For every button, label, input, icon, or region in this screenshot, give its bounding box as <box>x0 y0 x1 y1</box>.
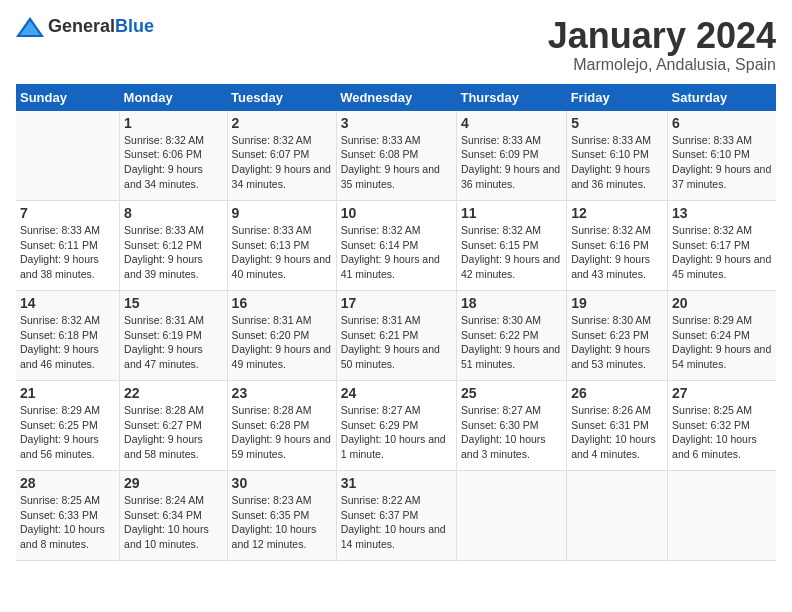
week-row-1: 1Sunrise: 8:32 AMSunset: 6:06 PMDaylight… <box>16 111 776 201</box>
week-row-2: 7Sunrise: 8:33 AMSunset: 6:11 PMDaylight… <box>16 201 776 291</box>
header-row: SundayMondayTuesdayWednesdayThursdayFrid… <box>16 84 776 111</box>
day-detail: Sunrise: 8:28 AMSunset: 6:27 PMDaylight:… <box>124 403 223 462</box>
week-row-5: 28Sunrise: 8:25 AMSunset: 6:33 PMDayligh… <box>16 471 776 561</box>
day-number: 7 <box>20 205 115 221</box>
day-number: 25 <box>461 385 562 401</box>
day-number: 10 <box>341 205 452 221</box>
day-number: 30 <box>232 475 332 491</box>
calendar-cell: 24Sunrise: 8:27 AMSunset: 6:29 PMDayligh… <box>336 381 456 471</box>
day-detail: Sunrise: 8:31 AMSunset: 6:20 PMDaylight:… <box>232 313 332 372</box>
calendar-cell: 31Sunrise: 8:22 AMSunset: 6:37 PMDayligh… <box>336 471 456 561</box>
header-cell-thursday: Thursday <box>456 84 566 111</box>
day-number: 28 <box>20 475 115 491</box>
calendar-cell: 15Sunrise: 8:31 AMSunset: 6:19 PMDayligh… <box>120 291 228 381</box>
day-detail: Sunrise: 8:27 AMSunset: 6:30 PMDaylight:… <box>461 403 562 462</box>
calendar-cell: 22Sunrise: 8:28 AMSunset: 6:27 PMDayligh… <box>120 381 228 471</box>
day-detail: Sunrise: 8:33 AMSunset: 6:12 PMDaylight:… <box>124 223 223 282</box>
day-detail: Sunrise: 8:33 AMSunset: 6:08 PMDaylight:… <box>341 133 452 192</box>
calendar-cell: 3Sunrise: 8:33 AMSunset: 6:08 PMDaylight… <box>336 111 456 201</box>
day-number: 31 <box>341 475 452 491</box>
calendar-cell: 16Sunrise: 8:31 AMSunset: 6:20 PMDayligh… <box>227 291 336 381</box>
calendar-cell: 18Sunrise: 8:30 AMSunset: 6:22 PMDayligh… <box>456 291 566 381</box>
calendar-cell: 26Sunrise: 8:26 AMSunset: 6:31 PMDayligh… <box>567 381 668 471</box>
day-number: 13 <box>672 205 772 221</box>
day-number: 5 <box>571 115 663 131</box>
header-cell-wednesday: Wednesday <box>336 84 456 111</box>
logo-icon <box>16 17 44 37</box>
calendar-body: 1Sunrise: 8:32 AMSunset: 6:06 PMDaylight… <box>16 111 776 561</box>
day-number: 12 <box>571 205 663 221</box>
day-detail: Sunrise: 8:33 AMSunset: 6:13 PMDaylight:… <box>232 223 332 282</box>
calendar-cell <box>567 471 668 561</box>
calendar-cell: 30Sunrise: 8:23 AMSunset: 6:35 PMDayligh… <box>227 471 336 561</box>
day-number: 3 <box>341 115 452 131</box>
calendar-cell: 11Sunrise: 8:32 AMSunset: 6:15 PMDayligh… <box>456 201 566 291</box>
main-title: January 2024 <box>548 16 776 56</box>
header-cell-monday: Monday <box>120 84 228 111</box>
calendar-cell: 6Sunrise: 8:33 AMSunset: 6:10 PMDaylight… <box>668 111 776 201</box>
calendar-cell: 2Sunrise: 8:32 AMSunset: 6:07 PMDaylight… <box>227 111 336 201</box>
header: GeneralBlue January 2024 Marmolejo, Anda… <box>16 16 776 74</box>
calendar-cell: 19Sunrise: 8:30 AMSunset: 6:23 PMDayligh… <box>567 291 668 381</box>
day-detail: Sunrise: 8:22 AMSunset: 6:37 PMDaylight:… <box>341 493 452 552</box>
day-detail: Sunrise: 8:33 AMSunset: 6:11 PMDaylight:… <box>20 223 115 282</box>
calendar-cell <box>456 471 566 561</box>
day-detail: Sunrise: 8:25 AMSunset: 6:33 PMDaylight:… <box>20 493 115 552</box>
calendar-cell: 14Sunrise: 8:32 AMSunset: 6:18 PMDayligh… <box>16 291 120 381</box>
day-number: 2 <box>232 115 332 131</box>
title-area: January 2024 Marmolejo, Andalusia, Spain <box>548 16 776 74</box>
calendar-cell: 8Sunrise: 8:33 AMSunset: 6:12 PMDaylight… <box>120 201 228 291</box>
calendar-cell: 13Sunrise: 8:32 AMSunset: 6:17 PMDayligh… <box>668 201 776 291</box>
calendar-cell <box>16 111 120 201</box>
day-number: 1 <box>124 115 223 131</box>
day-detail: Sunrise: 8:24 AMSunset: 6:34 PMDaylight:… <box>124 493 223 552</box>
day-detail: Sunrise: 8:29 AMSunset: 6:24 PMDaylight:… <box>672 313 772 372</box>
day-number: 16 <box>232 295 332 311</box>
day-detail: Sunrise: 8:32 AMSunset: 6:06 PMDaylight:… <box>124 133 223 192</box>
calendar-cell: 1Sunrise: 8:32 AMSunset: 6:06 PMDaylight… <box>120 111 228 201</box>
day-detail: Sunrise: 8:33 AMSunset: 6:10 PMDaylight:… <box>571 133 663 192</box>
calendar-cell: 17Sunrise: 8:31 AMSunset: 6:21 PMDayligh… <box>336 291 456 381</box>
day-number: 11 <box>461 205 562 221</box>
day-detail: Sunrise: 8:33 AMSunset: 6:09 PMDaylight:… <box>461 133 562 192</box>
day-number: 19 <box>571 295 663 311</box>
calendar-cell: 4Sunrise: 8:33 AMSunset: 6:09 PMDaylight… <box>456 111 566 201</box>
day-number: 4 <box>461 115 562 131</box>
day-number: 15 <box>124 295 223 311</box>
day-detail: Sunrise: 8:30 AMSunset: 6:22 PMDaylight:… <box>461 313 562 372</box>
calendar-cell <box>668 471 776 561</box>
day-number: 9 <box>232 205 332 221</box>
logo: GeneralBlue <box>16 16 154 37</box>
week-row-4: 21Sunrise: 8:29 AMSunset: 6:25 PMDayligh… <box>16 381 776 471</box>
header-cell-sunday: Sunday <box>16 84 120 111</box>
day-number: 29 <box>124 475 223 491</box>
day-detail: Sunrise: 8:30 AMSunset: 6:23 PMDaylight:… <box>571 313 663 372</box>
day-detail: Sunrise: 8:33 AMSunset: 6:10 PMDaylight:… <box>672 133 772 192</box>
calendar-table: SundayMondayTuesdayWednesdayThursdayFrid… <box>16 84 776 562</box>
day-detail: Sunrise: 8:32 AMSunset: 6:17 PMDaylight:… <box>672 223 772 282</box>
day-number: 20 <box>672 295 772 311</box>
day-detail: Sunrise: 8:27 AMSunset: 6:29 PMDaylight:… <box>341 403 452 462</box>
calendar-cell: 5Sunrise: 8:33 AMSunset: 6:10 PMDaylight… <box>567 111 668 201</box>
day-detail: Sunrise: 8:29 AMSunset: 6:25 PMDaylight:… <box>20 403 115 462</box>
day-detail: Sunrise: 8:23 AMSunset: 6:35 PMDaylight:… <box>232 493 332 552</box>
calendar-cell: 21Sunrise: 8:29 AMSunset: 6:25 PMDayligh… <box>16 381 120 471</box>
subtitle: Marmolejo, Andalusia, Spain <box>548 56 776 74</box>
calendar-cell: 12Sunrise: 8:32 AMSunset: 6:16 PMDayligh… <box>567 201 668 291</box>
day-detail: Sunrise: 8:31 AMSunset: 6:19 PMDaylight:… <box>124 313 223 372</box>
day-number: 27 <box>672 385 772 401</box>
day-detail: Sunrise: 8:26 AMSunset: 6:31 PMDaylight:… <box>571 403 663 462</box>
day-number: 8 <box>124 205 223 221</box>
calendar-header: SundayMondayTuesdayWednesdayThursdayFrid… <box>16 84 776 111</box>
header-cell-saturday: Saturday <box>668 84 776 111</box>
day-detail: Sunrise: 8:32 AMSunset: 6:16 PMDaylight:… <box>571 223 663 282</box>
day-detail: Sunrise: 8:32 AMSunset: 6:14 PMDaylight:… <box>341 223 452 282</box>
calendar-cell: 7Sunrise: 8:33 AMSunset: 6:11 PMDaylight… <box>16 201 120 291</box>
calendar-cell: 10Sunrise: 8:32 AMSunset: 6:14 PMDayligh… <box>336 201 456 291</box>
day-number: 17 <box>341 295 452 311</box>
day-number: 18 <box>461 295 562 311</box>
day-detail: Sunrise: 8:32 AMSunset: 6:07 PMDaylight:… <box>232 133 332 192</box>
calendar-cell: 28Sunrise: 8:25 AMSunset: 6:33 PMDayligh… <box>16 471 120 561</box>
day-detail: Sunrise: 8:32 AMSunset: 6:15 PMDaylight:… <box>461 223 562 282</box>
day-number: 24 <box>341 385 452 401</box>
